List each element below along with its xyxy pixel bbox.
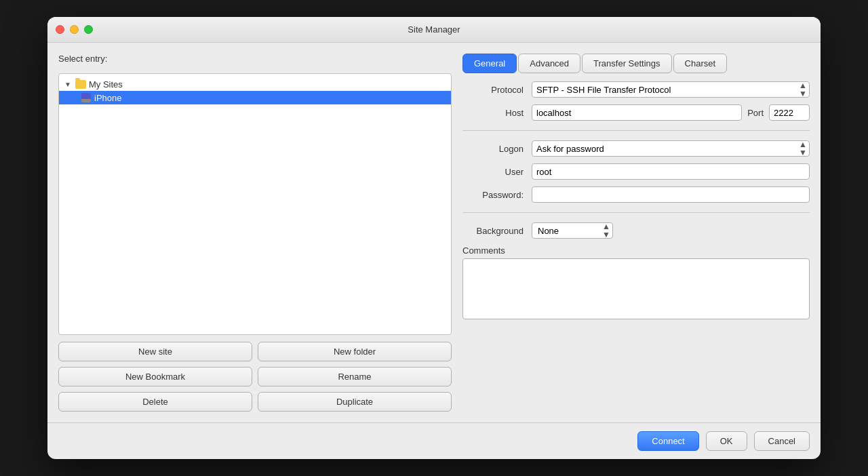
iphone-site-item[interactable]: iPhone	[59, 91, 451, 104]
new-folder-button[interactable]: New folder	[258, 342, 452, 361]
protocol-label: Protocol	[462, 85, 524, 95]
divider-1	[462, 130, 810, 131]
host-row: Host Port	[462, 104, 810, 121]
tab-transfer-settings[interactable]: Transfer Settings	[582, 54, 672, 73]
right-panel: General Advanced Transfer Settings Chars…	[462, 54, 810, 412]
site-tree[interactable]: ▼ My Sites iPhone	[58, 73, 452, 335]
general-form: Protocol SFTP - SSH File Transfer Protoc…	[462, 81, 810, 319]
user-row: User	[462, 163, 810, 180]
protocol-select[interactable]: SFTP - SSH File Transfer Protocol FTP - …	[532, 81, 810, 98]
my-sites-folder[interactable]: ▼ My Sites	[59, 78, 451, 91]
logon-row: Logon Ask for password Anonymous Normal …	[462, 140, 810, 157]
logon-label: Logon	[462, 144, 524, 154]
host-label: Host	[462, 108, 524, 118]
cancel-button[interactable]: Cancel	[754, 431, 810, 451]
duplicate-button[interactable]: Duplicate	[258, 392, 452, 412]
ok-button[interactable]: OK	[706, 431, 747, 451]
site-manager-window: Site Manager Select entry: ▼ My Sites iP…	[47, 17, 821, 459]
protocol-row: Protocol SFTP - SSH File Transfer Protoc…	[462, 81, 810, 98]
connect-button[interactable]: Connect	[637, 431, 698, 451]
site-item-label: iPhone	[94, 93, 121, 103]
title-bar: Site Manager	[47, 17, 821, 43]
password-label: Password:	[462, 190, 524, 200]
new-site-button[interactable]: New site	[58, 342, 252, 361]
background-select-wrapper: None Red Green Blue Yellow ▲▼	[532, 222, 613, 239]
tab-bar: General Advanced Transfer Settings Chars…	[462, 54, 810, 73]
window-body: Select entry: ▼ My Sites iPhone New site…	[47, 43, 821, 422]
folder-icon	[75, 80, 86, 89]
comments-row: Comments	[462, 245, 810, 319]
password-input[interactable]	[532, 186, 810, 203]
divider-2	[462, 212, 810, 213]
minimize-button[interactable]	[70, 25, 79, 34]
site-icon	[81, 92, 92, 103]
window-controls	[56, 25, 93, 34]
tab-advanced[interactable]: Advanced	[518, 54, 580, 73]
host-input[interactable]	[532, 104, 742, 121]
left-panel: Select entry: ▼ My Sites iPhone New site…	[58, 54, 452, 412]
host-port-group: Port	[532, 104, 810, 121]
tab-general[interactable]: General	[462, 54, 517, 73]
bottom-bar: Connect OK Cancel	[47, 422, 821, 459]
background-select[interactable]: None Red Green Blue Yellow	[532, 222, 613, 239]
maximize-button[interactable]	[84, 25, 93, 34]
port-input[interactable]	[769, 104, 810, 121]
background-row: Background None Red Green Blue Yellow ▲▼	[462, 222, 810, 239]
folder-arrow: ▼	[64, 81, 73, 89]
window-title: Site Manager	[408, 24, 460, 35]
protocol-select-wrapper: SFTP - SSH File Transfer Protocol FTP - …	[532, 81, 810, 98]
rename-button[interactable]: Rename	[258, 367, 452, 386]
comments-label: Comments	[462, 245, 505, 256]
folder-label: My Sites	[89, 79, 123, 90]
action-buttons: New site New folder New Bookmark Rename …	[58, 342, 452, 412]
tab-charset[interactable]: Charset	[673, 54, 728, 73]
select-entry-label: Select entry:	[58, 54, 452, 64]
user-label: User	[462, 167, 524, 177]
comments-textarea[interactable]	[462, 258, 810, 319]
new-bookmark-button[interactable]: New Bookmark	[58, 367, 252, 386]
logon-select[interactable]: Ask for password Anonymous Normal Intera…	[532, 140, 810, 157]
background-label: Background	[462, 226, 524, 236]
user-input[interactable]	[532, 163, 810, 180]
logon-select-wrapper: Ask for password Anonymous Normal Intera…	[532, 140, 810, 157]
delete-button[interactable]: Delete	[58, 392, 252, 412]
close-button[interactable]	[56, 25, 64, 34]
port-label: Port	[747, 108, 764, 118]
password-row: Password:	[462, 186, 810, 203]
site-icon-img	[81, 93, 91, 102]
